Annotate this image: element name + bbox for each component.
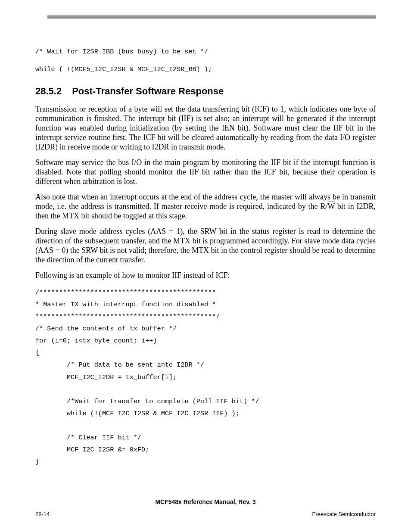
footer-bottom: 28-14 Freescale Semiconductor (35, 511, 376, 517)
paragraph-4: During slave mode address cycles (AAS = … (35, 227, 376, 265)
section-heading: 28.5.2Post-Transfer Software Response (35, 86, 376, 97)
paragraph-3: Also note that when an interrupt occurs … (35, 193, 376, 221)
section-title: Post-Transfer Software Response (72, 86, 224, 96)
paragraph-1: Transmission or reception of a byte will… (35, 105, 376, 152)
footer-right: Freescale Semiconductor (312, 511, 376, 517)
paragraph-5: Following is an example of how to monito… (35, 271, 376, 280)
paragraph-2: Software may service the bus I/O in the … (35, 158, 376, 187)
page-content: /* Wait for I2SR.IBB (bus busy) to be se… (0, 0, 411, 468)
footer-title: MCF548x Reference Manual, Rev. 3 (0, 498, 411, 505)
overline-w: W (327, 202, 335, 211)
footer-left: 28-14 (35, 511, 50, 517)
header-rule (47, 15, 376, 19)
code-intro-line1: /* Wait for I2SR.IBB (bus busy) to be se… (35, 49, 376, 55)
code-main: /***************************************… (35, 286, 376, 468)
section-number: 28.5.2 (35, 86, 62, 97)
code-intro-line2: while ( !(MCF5_I2C_I2SR & MCF_I2C_I2SR_B… (35, 66, 376, 73)
